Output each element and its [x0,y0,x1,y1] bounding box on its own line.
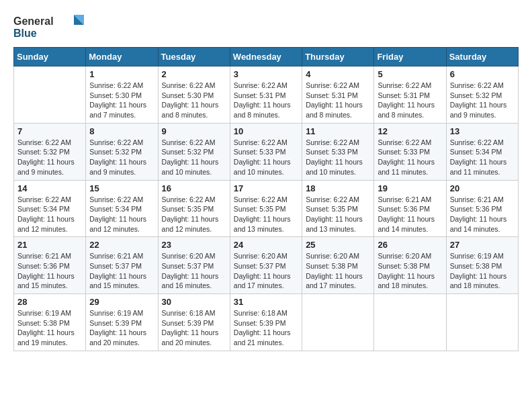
calendar-cell: 22Sunrise: 6:21 AMSunset: 5:37 PMDayligh… [86,237,158,294]
calendar-cell: 27Sunrise: 6:19 AMSunset: 5:38 PMDayligh… [446,237,518,294]
calendar-cell: 12Sunrise: 6:22 AMSunset: 5:33 PMDayligh… [374,123,446,180]
calendar-cell: 26Sunrise: 6:20 AMSunset: 5:38 PMDayligh… [374,237,446,294]
daylight-text: Daylight: 11 hoursand 13 minutes. [306,214,370,234]
daylight-text: Daylight: 11 hoursand 14 minutes. [378,214,442,234]
day-number: 26 [378,240,442,250]
day-detail: Sunrise: 6:22 AMSunset: 5:32 PMDaylight:… [162,138,226,177]
calendar-cell: 21Sunrise: 6:21 AMSunset: 5:36 PMDayligh… [14,237,86,294]
sunset-text: Sunset: 5:33 PM [306,147,370,157]
sunset-text: Sunset: 5:34 PM [450,147,515,157]
calendar-cell: 15Sunrise: 6:22 AMSunset: 5:34 PMDayligh… [86,180,158,237]
day-detail: Sunrise: 6:20 AMSunset: 5:38 PMDaylight:… [306,251,370,291]
weekday-header-tuesday: Tuesday [158,48,230,66]
daylight-text: Daylight: 11 hoursand 10 minutes. [162,157,226,177]
weekday-header-row: SundayMondayTuesdayWednesdayThursdayFrid… [14,48,519,66]
calendar-cell: 20Sunrise: 6:21 AMSunset: 5:36 PMDayligh… [446,180,518,237]
day-detail: Sunrise: 6:22 AMSunset: 5:31 PMDaylight:… [378,81,442,120]
weekday-header-monday: Monday [86,48,158,66]
day-number: 9 [162,126,226,136]
day-detail: Sunrise: 6:22 AMSunset: 5:33 PMDaylight:… [378,138,442,177]
day-number: 20 [450,183,515,193]
logo-svg: GeneralBlue [13,13,94,40]
day-detail: Sunrise: 6:19 AMSunset: 5:38 PMDaylight:… [450,251,515,291]
daylight-text: Daylight: 11 hoursand 14 minutes. [450,214,515,234]
daylight-text: Daylight: 11 hoursand 17 minutes. [306,271,370,291]
calendar-cell: 19Sunrise: 6:21 AMSunset: 5:36 PMDayligh… [374,180,446,237]
sunrise-text: Sunrise: 6:22 AM [450,81,515,91]
day-detail: Sunrise: 6:22 AMSunset: 5:32 PMDaylight:… [17,138,82,177]
sunset-text: Sunset: 5:32 PM [450,91,515,101]
day-detail: Sunrise: 6:22 AMSunset: 5:32 PMDaylight:… [450,81,515,120]
day-detail: Sunrise: 6:21 AMSunset: 5:36 PMDaylight:… [17,251,82,291]
day-number: 19 [378,183,442,193]
daylight-text: Daylight: 11 hoursand 20 minutes. [162,328,226,347]
daylight-text: Daylight: 11 hoursand 20 minutes. [89,328,154,347]
calendar-week-1: 1Sunrise: 6:22 AMSunset: 5:30 PMDaylight… [14,66,519,124]
day-number: 1 [89,69,154,79]
sunrise-text: Sunrise: 6:18 AM [162,308,226,318]
calendar-cell: 7Sunrise: 6:22 AMSunset: 5:32 PMDaylight… [14,123,86,180]
day-number: 14 [17,183,82,193]
sunrise-text: Sunrise: 6:22 AM [89,195,154,205]
calendar-cell: 5Sunrise: 6:22 AMSunset: 5:31 PMDaylight… [374,66,446,124]
daylight-text: Daylight: 11 hoursand 16 minutes. [162,271,226,291]
calendar-cell [14,66,86,124]
day-detail: Sunrise: 6:22 AMSunset: 5:33 PMDaylight:… [234,138,298,177]
sunset-text: Sunset: 5:35 PM [162,204,226,214]
day-detail: Sunrise: 6:22 AMSunset: 5:31 PMDaylight:… [234,81,298,120]
calendar-cell [446,294,518,351]
sunrise-text: Sunrise: 6:18 AM [234,308,298,318]
sunset-text: Sunset: 5:33 PM [378,147,442,157]
calendar-cell: 2Sunrise: 6:22 AMSunset: 5:30 PMDaylight… [158,66,230,124]
sunrise-text: Sunrise: 6:20 AM [234,251,298,261]
day-number: 8 [89,126,154,136]
calendar-cell: 8Sunrise: 6:22 AMSunset: 5:32 PMDaylight… [86,123,158,180]
day-number: 25 [306,240,370,250]
sunset-text: Sunset: 5:33 PM [234,147,298,157]
daylight-text: Daylight: 11 hoursand 13 minutes. [234,214,298,234]
sunset-text: Sunset: 5:34 PM [89,204,154,214]
daylight-text: Daylight: 11 hoursand 8 minutes. [162,100,226,120]
sunrise-text: Sunrise: 6:20 AM [378,251,442,261]
day-number: 21 [17,240,82,250]
day-number: 12 [378,126,442,136]
day-detail: Sunrise: 6:20 AMSunset: 5:37 PMDaylight:… [162,251,226,291]
calendar-cell: 10Sunrise: 6:22 AMSunset: 5:33 PMDayligh… [230,123,302,180]
calendar-table: SundayMondayTuesdayWednesdayThursdayFrid… [13,47,519,351]
sunrise-text: Sunrise: 6:19 AM [89,308,154,318]
daylight-text: Daylight: 11 hoursand 9 minutes. [17,157,82,177]
day-number: 16 [162,183,226,193]
day-detail: Sunrise: 6:18 AMSunset: 5:39 PMDaylight:… [234,308,298,348]
sunrise-text: Sunrise: 6:22 AM [234,195,298,205]
day-number: 29 [89,297,154,307]
sunrise-text: Sunrise: 6:20 AM [306,251,370,261]
weekday-header-sunday: Sunday [14,48,86,66]
daylight-text: Daylight: 11 hoursand 18 minutes. [378,271,442,291]
weekday-header-thursday: Thursday [302,48,374,66]
sunset-text: Sunset: 5:31 PM [234,91,298,101]
day-number: 2 [162,69,226,79]
daylight-text: Daylight: 11 hoursand 8 minutes. [234,100,298,120]
daylight-text: Daylight: 11 hoursand 8 minutes. [306,100,370,120]
sunrise-text: Sunrise: 6:22 AM [234,81,298,91]
sunrise-text: Sunrise: 6:22 AM [306,138,370,148]
day-number: 17 [234,183,298,193]
sunset-text: Sunset: 5:36 PM [378,204,442,214]
sunset-text: Sunset: 5:38 PM [450,261,515,271]
calendar-cell: 6Sunrise: 6:22 AMSunset: 5:32 PMDaylight… [446,66,518,124]
sunset-text: Sunset: 5:36 PM [17,261,82,271]
sunset-text: Sunset: 5:30 PM [162,91,226,101]
day-number: 5 [378,69,442,79]
day-number: 10 [234,126,298,136]
sunset-text: Sunset: 5:31 PM [378,91,442,101]
daylight-text: Daylight: 11 hoursand 7 minutes. [89,100,154,120]
calendar-week-4: 21Sunrise: 6:21 AMSunset: 5:36 PMDayligh… [14,237,519,294]
day-number: 28 [17,297,82,307]
sunrise-text: Sunrise: 6:22 AM [306,81,370,91]
sunrise-text: Sunrise: 6:22 AM [234,138,298,148]
calendar-cell: 11Sunrise: 6:22 AMSunset: 5:33 PMDayligh… [302,123,374,180]
sunrise-text: Sunrise: 6:22 AM [17,138,82,148]
day-detail: Sunrise: 6:22 AMSunset: 5:31 PMDaylight:… [306,81,370,120]
day-number: 3 [234,69,298,79]
sunset-text: Sunset: 5:37 PM [234,261,298,271]
